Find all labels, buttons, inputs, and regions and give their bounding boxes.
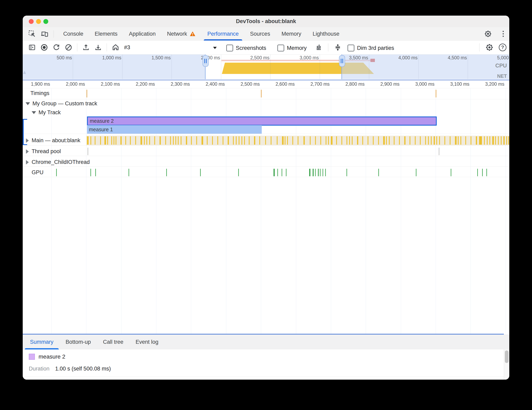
gc-broom-icon[interactable]	[315, 43, 323, 51]
window-title: DevTools - about:blank	[23, 16, 509, 27]
scrollbar-thumb[interactable]	[505, 350, 508, 363]
tab-label: Memory	[281, 31, 301, 37]
measure-color-swatch	[29, 354, 35, 360]
overview-gridline	[418, 55, 419, 79]
main-activity-tick	[455, 136, 456, 145]
tab-elements[interactable]: Elements	[89, 27, 123, 41]
tab-network[interactable]: Network	[162, 27, 202, 41]
bottom-tab-call-tree[interactable]: Call tree	[97, 334, 130, 349]
main-activity-tick	[149, 136, 150, 145]
main-activity-tick	[154, 136, 155, 145]
track-group-header[interactable]: My Group — Custom track	[26, 100, 97, 107]
timeline-overview[interactable]: 500 ms1,000 ms1,500 ms2,000 ms2,500 ms3,…	[23, 54, 509, 81]
inspect-icon[interactable]	[28, 30, 36, 38]
measure-bar-measure-1[interactable]: measure 1	[87, 125, 262, 134]
track-main-thread[interactable]: Main — about:blank	[23, 136, 509, 146]
main-activity-tick	[239, 136, 239, 145]
tab-sources[interactable]: Sources	[244, 27, 276, 41]
tab-performance[interactable]: Performance	[202, 27, 245, 41]
selection-handle-left[interactable]	[202, 55, 209, 67]
track-timings[interactable]: Timings	[23, 88, 509, 99]
main-activity-tick	[95, 136, 95, 145]
devtools-tabbar: ConsoleElementsApplicationNetworkPerform…	[23, 27, 509, 41]
panel-left-icon[interactable]	[28, 43, 36, 51]
track-threadpool-header[interactable]: Thread pool	[26, 148, 61, 155]
capture-settings-gear-icon[interactable]	[485, 43, 494, 51]
main-activity-tick	[104, 136, 106, 145]
main-activity-tick	[130, 136, 131, 145]
main-activity-tick	[368, 136, 368, 145]
bottom-tab-bottom-up[interactable]: Bottom-up	[60, 334, 97, 349]
scrollbar-track[interactable]	[504, 349, 509, 380]
measure-bar-measure-2[interactable]: measure 2	[87, 117, 437, 126]
track-childio[interactable]: Chrome_ChildIOThread	[23, 158, 509, 167]
overview-ruler-label: 1,500 ms	[138, 55, 171, 61]
main-activity-tick	[504, 136, 505, 145]
home-icon[interactable]	[112, 43, 120, 51]
main-activity-tick	[342, 136, 342, 145]
kebab-menu-icon[interactable]	[500, 30, 507, 37]
main-activity-tick	[304, 136, 305, 145]
overview-ruler-label: 5,000 ms	[484, 55, 510, 61]
dim-3rd-parties-checkbox[interactable]: Dim 3rd parties	[348, 45, 394, 51]
gpu-activity-tick	[166, 169, 167, 176]
main-activity-tick	[357, 136, 358, 145]
track-main-header[interactable]: Main — about:blank	[26, 137, 80, 144]
triangle-right-icon[interactable]	[26, 160, 29, 164]
screenshots-checkbox-label: Screenshots	[236, 45, 266, 51]
track-gpu[interactable]: GPU	[23, 168, 509, 177]
overview-gridline	[369, 55, 369, 79]
bottom-tab-event-log[interactable]: Event log	[130, 334, 165, 349]
tab-memory[interactable]: Memory	[276, 27, 307, 41]
track-childio-header[interactable]: Chrome_ChildIOThread	[26, 159, 90, 165]
gpu-activity-tick	[486, 169, 487, 176]
main-activity-tick	[233, 136, 234, 145]
bottom-tab-summary[interactable]: Summary	[24, 334, 60, 349]
triangle-down-icon[interactable]	[26, 102, 30, 105]
summary-duration-row: Duration 1.00 s (self 500.08 ms)	[29, 366, 111, 372]
main-activity-tick	[420, 136, 421, 145]
track-thread-pool[interactable]: Thread pool	[23, 147, 509, 156]
triangle-right-icon[interactable]	[26, 149, 29, 154]
reload-icon[interactable]	[52, 43, 60, 51]
settings-gear-icon[interactable]	[484, 30, 492, 38]
duration-value: 1.00 s (self 500.08 ms)	[55, 366, 111, 372]
triangle-down-icon[interactable]	[32, 111, 36, 114]
main-activity-tick	[425, 136, 426, 145]
main-activity-tick	[487, 136, 488, 145]
selected-track-bracket	[23, 119, 24, 145]
main-activity-tick	[476, 136, 477, 145]
main-activity-tick	[107, 136, 108, 145]
gpu-activity-tick	[90, 169, 91, 176]
overview-ruler-label: 3,000 ms	[286, 55, 319, 61]
main-activity-tick	[434, 136, 435, 145]
selection-handle-right[interactable]	[339, 55, 345, 67]
timing-mark[interactable]	[436, 90, 436, 97]
track-mytrack-header[interactable]: My Track	[32, 109, 61, 116]
screenshots-checkbox[interactable]: Screenshots	[226, 45, 266, 51]
help-icon[interactable]: ?	[499, 44, 506, 51]
collapse-icon[interactable]	[334, 43, 342, 51]
tab-application[interactable]: Application	[123, 27, 162, 41]
overview-gridline	[468, 55, 468, 79]
device-toolbar-icon[interactable]	[40, 30, 49, 38]
memory-checkbox[interactable]: Memory	[277, 45, 307, 51]
gpu-activity-tick	[200, 169, 201, 176]
history-select[interactable]: #3	[124, 42, 218, 53]
main-activity-tick	[298, 136, 298, 145]
record-icon[interactable]	[40, 43, 48, 51]
timing-mark[interactable]	[86, 90, 87, 97]
timing-mark[interactable]	[261, 90, 262, 97]
gpu-activity-tick	[315, 169, 316, 176]
main-activity-tick	[244, 136, 245, 145]
tab-console[interactable]: Console	[57, 27, 89, 41]
main-activity-tick	[170, 136, 171, 145]
clear-icon[interactable]	[65, 43, 73, 51]
triangle-right-icon[interactable]	[26, 138, 29, 143]
upload-icon[interactable]	[82, 43, 90, 51]
bottom-pane-divider[interactable]	[23, 334, 504, 334]
summary-title-row: measure 2	[29, 354, 65, 360]
download-icon[interactable]	[94, 43, 102, 51]
main-activity-tick	[450, 136, 450, 145]
tab-lighthouse[interactable]: Lighthouse	[307, 27, 345, 41]
